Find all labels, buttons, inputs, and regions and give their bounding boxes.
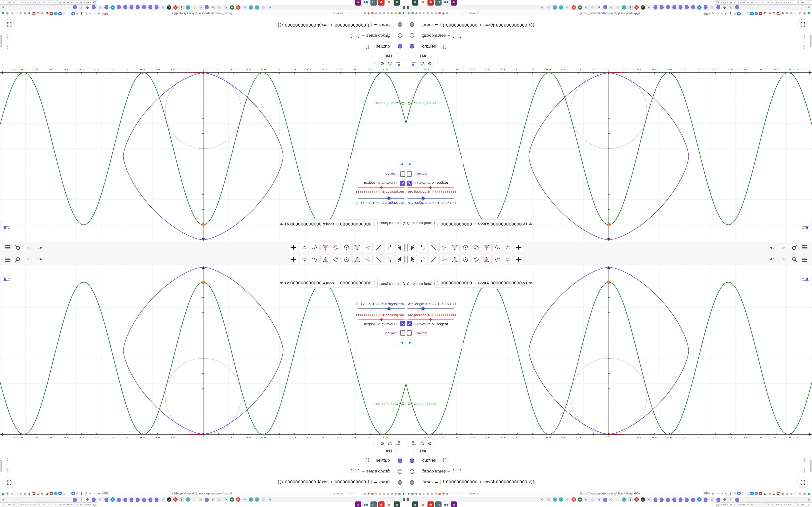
google-tab[interactable]: G bbox=[584, 5, 589, 10]
google-tab[interactable]: G bbox=[546, 5, 551, 10]
chevron-up-icon[interactable]: ∧ bbox=[2, 6, 4, 10]
star-icon[interactable]: ☆ bbox=[715, 10, 720, 17]
address-bar[interactable]: https://www.geogebra.org/classic/aagcxh3… bbox=[580, 12, 640, 15]
firefox-app-icon[interactable]: ● bbox=[386, 0, 392, 6]
add-icon[interactable]: + bbox=[58, 12, 62, 15]
sphere-tab[interactable] bbox=[622, 497, 626, 502]
font-f-tab[interactable]: f bbox=[79, 497, 83, 502]
list-row-funcNames[interactable]: funcNames = {" "} ⋮ bbox=[406, 466, 812, 477]
fullscreen-button[interactable] bbox=[4, 477, 14, 488]
google-tab[interactable]: G bbox=[161, 5, 165, 10]
dot-icon[interactable]: ◦ bbox=[351, 10, 355, 17]
google-tab[interactable]: G bbox=[546, 497, 551, 502]
trash-shield-icon[interactable]: ⊔ bbox=[772, 10, 776, 17]
monitor-app-icon[interactable]: ▢ bbox=[435, 0, 442, 6]
point-tool[interactable]: A bbox=[384, 243, 394, 252]
icp-badge-icon[interactable]: ● bbox=[759, 12, 762, 15]
dot-icon[interactable]: ◦ bbox=[449, 10, 453, 17]
ellipse-tool[interactable] bbox=[331, 243, 341, 252]
angle-tool[interactable]: α bbox=[482, 243, 492, 252]
wrench-icon[interactable]: ⚙ bbox=[10, 10, 14, 17]
arc-position-slider[interactable] bbox=[407, 319, 454, 320]
list-row-curves[interactable]: curves = {} ⋮ bbox=[0, 41, 406, 52]
sphere-tab[interactable] bbox=[622, 5, 626, 10]
geogebra-tab[interactable] bbox=[603, 497, 607, 502]
geogebra-tab[interactable] bbox=[205, 5, 209, 10]
trash-icon[interactable]: ⊔ bbox=[763, 490, 767, 497]
point-tool[interactable]: A bbox=[384, 255, 394, 264]
headset-icon[interactable]: ∩ bbox=[422, 490, 426, 497]
globe-orange-icon[interactable]: ⊕ bbox=[40, 490, 45, 497]
mouse-icon[interactable]: ▯ bbox=[66, 490, 70, 497]
circle-tool[interactable] bbox=[342, 243, 351, 252]
dot-icon[interactable]: ◦ bbox=[351, 490, 355, 497]
gear-icon[interactable]: ⚙ bbox=[746, 490, 750, 497]
shield-icon[interactable]: ◆ bbox=[785, 10, 789, 17]
brush-icon[interactable]: ✎ bbox=[733, 490, 737, 497]
globe-gray-icon[interactable]: ⊕ bbox=[789, 490, 794, 497]
sphere-tab[interactable] bbox=[255, 5, 259, 10]
lock-icon[interactable]: ◻ bbox=[328, 490, 332, 497]
shield-icon[interactable]: ◆ bbox=[23, 490, 27, 497]
image-tab[interactable]: ▴ bbox=[167, 497, 171, 502]
slider-tool[interactable]: a=2 bbox=[503, 243, 513, 252]
back-arrow-icon[interactable]: ← bbox=[472, 490, 476, 497]
geogebra-tab[interactable] bbox=[136, 497, 140, 502]
list-row-funcs[interactable]: funcs = {1.000000000000 + cos(4.00000000… bbox=[406, 477, 812, 488]
geogebra-tab[interactable] bbox=[653, 497, 658, 502]
geogebra-tab[interactable] bbox=[129, 5, 134, 10]
translate-icon[interactable]: A bbox=[711, 10, 715, 17]
star-icon[interactable]: ☆ bbox=[92, 10, 97, 17]
lock-icon[interactable]: ◻ bbox=[480, 490, 484, 497]
reader-icon[interactable]: A bbox=[737, 12, 741, 15]
pin-icon[interactable]: ▼ bbox=[401, 490, 405, 497]
point-tool[interactable]: A bbox=[418, 243, 428, 252]
graphics-view[interactable]: -2.4-2.2-2-1.8-1.6-1.4-1.2-1-0.8-0.6-0.4… bbox=[406, 69, 812, 242]
geogebra-tab[interactable] bbox=[142, 5, 146, 10]
visibility-toggle[interactable] bbox=[410, 458, 414, 463]
wikipedia-tab[interactable]: W bbox=[597, 497, 601, 502]
skip-end-button[interactable]: ▶| bbox=[397, 339, 405, 346]
settings-app-icon[interactable]: ⚙ bbox=[427, 0, 434, 6]
geogebra-tab[interactable] bbox=[684, 497, 689, 502]
yandex-tab[interactable]: Я bbox=[236, 497, 241, 502]
polygon-tool[interactable] bbox=[450, 243, 460, 252]
info-tab[interactable]: i bbox=[179, 5, 184, 10]
info-tab[interactable]: i bbox=[628, 5, 633, 10]
yandex-tab[interactable]: Я bbox=[173, 497, 177, 502]
firefox-icon[interactable]: ● bbox=[438, 10, 442, 17]
pin-icon[interactable]: ▼ bbox=[407, 490, 411, 497]
settings-app-icon[interactable]: ⚙ bbox=[378, 0, 385, 6]
wrench-icon[interactable]: ⚙ bbox=[374, 10, 378, 17]
yandex-tab[interactable]: Я bbox=[571, 497, 576, 502]
slider-tool[interactable]: a=2 bbox=[299, 243, 309, 252]
brush-icon[interactable]: ✎ bbox=[733, 10, 737, 17]
font-f-tab[interactable]: f bbox=[79, 5, 83, 10]
gear-tab[interactable]: ⚙ bbox=[722, 497, 727, 502]
visibility-toggle[interactable] bbox=[410, 33, 414, 38]
geogebra-tab[interactable] bbox=[154, 497, 159, 502]
forward-arrow-icon[interactable]: → bbox=[720, 10, 724, 17]
shield-icon[interactable]: ◆ bbox=[27, 490, 32, 497]
dot-icon[interactable]: ◦ bbox=[343, 10, 347, 17]
icp-badge-icon[interactable]: ● bbox=[759, 492, 762, 495]
sync-icon[interactable]: ↻ bbox=[54, 12, 57, 15]
geogebra-tab[interactable] bbox=[73, 5, 77, 10]
globe-icon[interactable]: ⊕ bbox=[363, 490, 367, 497]
arc-length-knob[interactable] bbox=[422, 307, 424, 310]
geogebra-tab[interactable] bbox=[123, 5, 128, 10]
globe-icon[interactable]: ⊕ bbox=[414, 490, 418, 497]
ublock-icon[interactable]: UO bbox=[776, 492, 780, 495]
arc-length-knob[interactable] bbox=[388, 307, 390, 310]
floppy64-app-icon[interactable]: 64 bbox=[363, 0, 369, 6]
menu-button[interactable] bbox=[3, 243, 12, 251]
list-row-funcs[interactable]: funcs = {1.000000000000 + cos(4.00000000… bbox=[0, 19, 406, 30]
undo-button[interactable]: ↶ bbox=[768, 256, 776, 264]
settings-button[interactable]: ⚙ bbox=[425, 439, 434, 447]
gear-icon[interactable]: ⚙ bbox=[442, 10, 445, 17]
tracing-checkbox[interactable] bbox=[400, 171, 405, 177]
forward-arrow-icon[interactable]: → bbox=[88, 10, 92, 17]
sphere-tab[interactable] bbox=[553, 497, 557, 502]
row-kebab-icon[interactable]: ⋮ bbox=[802, 468, 807, 474]
geogebra-tab[interactable] bbox=[104, 497, 108, 502]
